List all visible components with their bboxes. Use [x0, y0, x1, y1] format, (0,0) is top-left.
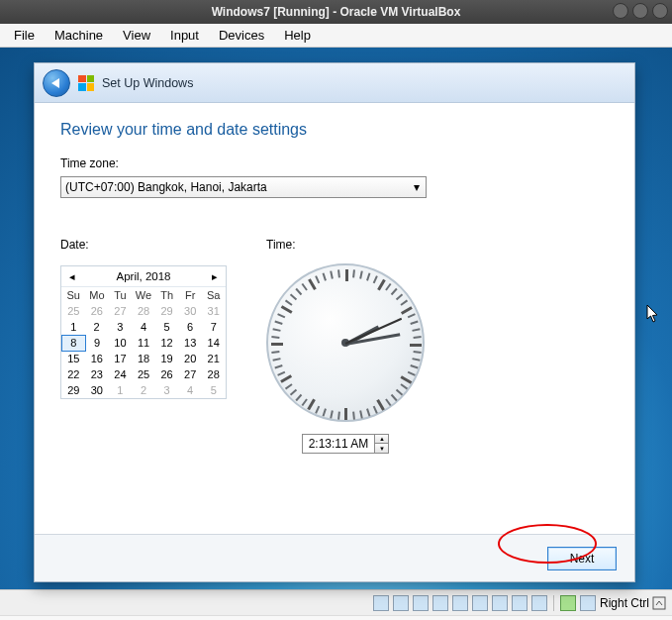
calendar-day[interactable]: 30 [85, 382, 109, 398]
calendar-day[interactable]: 9 [85, 335, 109, 351]
calendar-day[interactable]: 12 [155, 335, 179, 351]
dialog-footer: Next [35, 534, 634, 581]
timezone-dropdown[interactable]: (UTC+07:00) Bangkok, Hanoi, Jakarta ▾ [60, 176, 427, 198]
audio-icon[interactable] [413, 595, 429, 611]
cal-day-header: Tu [109, 287, 133, 303]
windows-logo-icon [78, 75, 94, 91]
calendar-day[interactable]: 27 [178, 366, 202, 382]
calendar-day[interactable]: 13 [178, 335, 202, 351]
vm-statusbar: Right Ctrl [0, 589, 672, 615]
menu-file[interactable]: File [6, 26, 43, 45]
calendar-day[interactable]: 30 [178, 303, 202, 319]
cal-day-header: Mo [85, 287, 109, 303]
timezone-label: Time zone: [60, 156, 609, 170]
chevron-down-icon: ▾ [412, 180, 422, 194]
calendar-day[interactable]: 17 [109, 351, 133, 366]
guest-desktop: Set Up Windows Review your time and date… [0, 48, 672, 589]
calendar-day[interactable]: 6 [178, 319, 202, 335]
calendar-day[interactable]: 21 [202, 351, 226, 366]
calendar-day[interactable]: 26 [85, 303, 109, 319]
calendar-day[interactable]: 14 [202, 335, 226, 351]
page-heading: Review your time and date settings [60, 121, 609, 139]
calendar-day[interactable]: 10 [109, 335, 133, 351]
back-arrow-icon [51, 78, 59, 88]
cal-day-header: Su [62, 287, 86, 303]
time-value: 2:13:11 AM [303, 437, 375, 451]
calendar-day[interactable]: 31 [202, 303, 226, 319]
usb-icon[interactable] [452, 595, 468, 611]
calendar-day[interactable]: 28 [202, 366, 226, 382]
calendar-day[interactable]: 8 [62, 335, 86, 351]
host-menubar: FileMachineViewInputDevicesHelp [0, 24, 672, 48]
calendar-day[interactable]: 22 [62, 366, 86, 382]
setup-windows-dialog: Set Up Windows Review your time and date… [34, 62, 635, 582]
calendar-day[interactable]: 19 [155, 351, 179, 366]
next-button[interactable]: Next [547, 547, 617, 570]
network-icon[interactable] [432, 595, 448, 611]
analog-clock [266, 263, 425, 422]
host-maximize-button[interactable] [632, 3, 648, 19]
calendar-day[interactable]: 1 [62, 319, 86, 335]
calendar-day[interactable]: 25 [62, 303, 86, 319]
calendar-day[interactable]: 11 [132, 335, 155, 351]
menu-view[interactable]: View [115, 26, 158, 45]
calendar-day[interactable]: 25 [132, 366, 155, 382]
recording-icon[interactable] [512, 595, 528, 611]
spinner-up-icon[interactable]: ▲ [374, 435, 388, 444]
calendar-prev-button[interactable]: ◂ [65, 269, 79, 283]
date-label: Date: [60, 238, 227, 252]
host-minimize-button[interactable] [613, 3, 628, 19]
calendar-day[interactable]: 5 [202, 382, 226, 398]
calendar-day[interactable]: 5 [155, 319, 179, 335]
shared-folders-icon[interactable] [472, 595, 488, 611]
menu-help[interactable]: Help [276, 26, 319, 45]
back-button[interactable] [43, 69, 70, 97]
mouse-integration-icon[interactable] [560, 595, 576, 611]
calendar-day[interactable]: 20 [178, 351, 202, 366]
menu-machine[interactable]: Machine [47, 26, 111, 45]
time-spinner[interactable]: ▲ ▼ [374, 435, 388, 453]
time-label: Time: [266, 238, 296, 252]
calendar-day[interactable]: 28 [132, 303, 155, 319]
cal-day-header: Sa [202, 287, 226, 303]
svg-rect-0 [653, 597, 665, 609]
calendar-day[interactable]: 16 [85, 351, 109, 366]
spinner-down-icon[interactable]: ▼ [374, 444, 388, 453]
cal-day-header: We [132, 287, 155, 303]
menu-devices[interactable]: Devices [211, 26, 272, 45]
calendar-day[interactable]: 23 [85, 366, 109, 382]
calendar-day[interactable]: 4 [132, 319, 155, 335]
mouse-cursor-icon [646, 305, 660, 323]
timezone-value: (UTC+07:00) Bangkok, Hanoi, Jakarta [65, 180, 267, 194]
hdd-activity-icon[interactable] [373, 595, 389, 611]
calendar-day[interactable]: 18 [132, 351, 155, 366]
calendar-day[interactable]: 7 [202, 319, 226, 335]
calendar-day[interactable]: 3 [155, 382, 179, 398]
calendar-next-button[interactable]: ▸ [208, 269, 222, 283]
time-input[interactable]: 2:13:11 AM ▲ ▼ [302, 434, 390, 454]
calendar-day[interactable]: 24 [109, 366, 133, 382]
calendar-day[interactable]: 4 [178, 382, 202, 398]
display-icon[interactable] [492, 595, 508, 611]
calendar-day[interactable]: 26 [155, 366, 179, 382]
dialog-header: Set Up Windows [35, 63, 634, 103]
menu-input[interactable]: Input [162, 26, 207, 45]
cpu-icon[interactable] [531, 595, 547, 611]
host-key-indicator: Right Ctrl [600, 596, 666, 610]
calendar-day[interactable]: 27 [109, 303, 133, 319]
calendar-day[interactable]: 2 [85, 319, 109, 335]
wizard-header-text: Set Up Windows [102, 76, 193, 90]
optical-drive-icon[interactable] [393, 595, 409, 611]
host-window-title: Windows7 [Running] - Oracle VM VirtualBo… [212, 5, 461, 19]
keyboard-capture-icon[interactable] [580, 595, 596, 611]
calendar-day[interactable]: 3 [109, 319, 133, 335]
calendar-day[interactable]: 29 [62, 382, 86, 398]
calendar-day[interactable]: 29 [155, 303, 179, 319]
calendar-day[interactable]: 1 [109, 382, 133, 398]
calendar-day[interactable]: 15 [62, 351, 86, 366]
calendar[interactable]: ◂ April, 2018 ▸ SuMoTuWeThFrSa2526272829… [60, 265, 227, 399]
host-titlebar: Windows7 [Running] - Oracle VM VirtualBo… [0, 0, 672, 24]
calendar-day[interactable]: 2 [132, 382, 155, 398]
menu-arrow-icon [652, 596, 666, 610]
host-close-button[interactable] [652, 3, 668, 19]
